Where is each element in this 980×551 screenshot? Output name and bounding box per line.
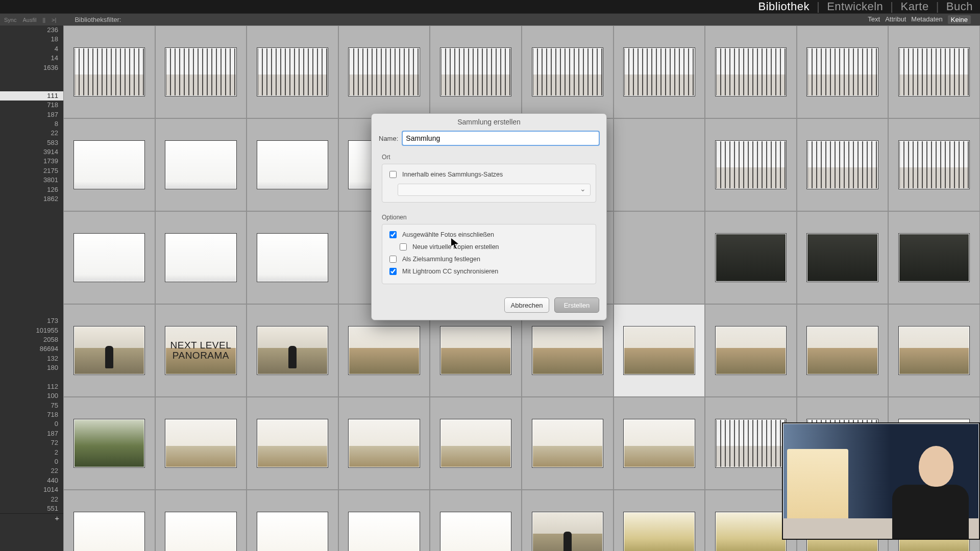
sync-cc-label: Mit Lightroom CC synchronisieren (402, 268, 498, 275)
cancel-button[interactable]: Abbrechen (504, 297, 549, 313)
virtual-copies-label: Neue virtuelle Kopien erstellen (412, 243, 499, 251)
options-section-label: Optionen (382, 214, 596, 221)
name-label: Name: (379, 135, 398, 142)
inside-set-label: Innerhalb eines Sammlungs-Satzes (402, 171, 503, 178)
inside-set-checkbox[interactable] (389, 171, 397, 178)
include-photos-label: Ausgewählte Fotos einschließen (402, 231, 494, 238)
target-collection-checkbox[interactable] (389, 256, 397, 263)
create-button[interactable]: Erstellen (554, 297, 599, 313)
collection-set-dropdown[interactable] (398, 184, 591, 196)
location-section-label: Ort (382, 154, 596, 161)
target-collection-label: Als Zielsammlung festlegen (402, 256, 480, 263)
dialog-title: Sammlung erstellen (372, 114, 606, 131)
sync-cc-checkbox[interactable] (389, 268, 397, 275)
create-collection-dialog: Sammlung erstellen Name: Ort Innerhalb e… (371, 113, 607, 320)
include-photos-checkbox[interactable] (389, 231, 397, 238)
webcam-overlay (782, 422, 980, 540)
collection-name-input[interactable] (402, 131, 599, 145)
virtual-copies-checkbox[interactable] (400, 243, 407, 251)
